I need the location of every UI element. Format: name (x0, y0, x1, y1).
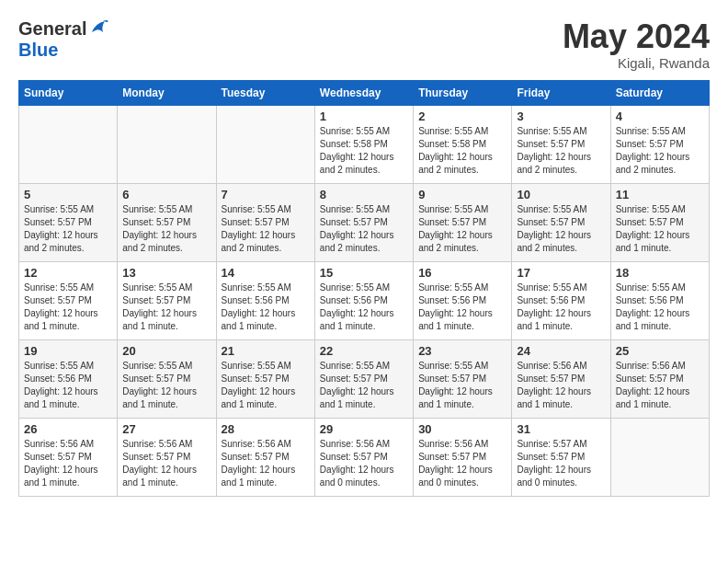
day-info: Sunrise: 5:56 AMSunset: 5:57 PMDaylight:… (517, 360, 605, 411)
day-info: Sunrise: 5:55 AMSunset: 5:57 PMDaylight:… (24, 282, 112, 333)
day-number: 13 (122, 266, 210, 280)
col-wednesday: Wednesday (314, 80, 413, 105)
day-info: Sunrise: 5:56 AMSunset: 5:57 PMDaylight:… (122, 438, 210, 489)
calendar-cell: 13Sunrise: 5:55 AMSunset: 5:57 PMDayligh… (118, 261, 216, 339)
month-title: May 2024 (563, 18, 710, 55)
day-info: Sunrise: 5:56 AMSunset: 5:57 PMDaylight:… (222, 438, 310, 489)
day-info: Sunrise: 5:55 AMSunset: 5:56 PMDaylight:… (24, 360, 112, 411)
day-number: 3 (517, 109, 605, 123)
calendar-cell: 5Sunrise: 5:55 AMSunset: 5:57 PMDaylight… (19, 183, 118, 261)
logo-blue-text: Blue (18, 40, 58, 60)
page-header: General Blue May 2024 Kigali, Rwanda (18, 18, 710, 71)
calendar-body: 1Sunrise: 5:55 AMSunset: 5:58 PMDaylight… (19, 105, 710, 496)
day-number: 29 (320, 422, 408, 436)
day-info: Sunrise: 5:55 AMSunset: 5:57 PMDaylight:… (517, 203, 605, 255)
day-number: 1 (320, 109, 408, 123)
day-number: 26 (24, 422, 112, 436)
day-info: Sunrise: 5:55 AMSunset: 5:57 PMDaylight:… (418, 203, 506, 255)
calendar-cell: 29Sunrise: 5:56 AMSunset: 5:57 PMDayligh… (314, 418, 413, 496)
day-info: Sunrise: 5:56 AMSunset: 5:57 PMDaylight:… (616, 360, 704, 411)
day-number: 27 (122, 422, 210, 436)
day-info: Sunrise: 5:55 AMSunset: 5:56 PMDaylight:… (616, 282, 704, 333)
day-info: Sunrise: 5:55 AMSunset: 5:57 PMDaylight:… (616, 125, 704, 177)
day-info: Sunrise: 5:57 AMSunset: 5:57 PMDaylight:… (517, 438, 605, 489)
day-number: 10 (517, 188, 605, 201)
day-number: 9 (418, 188, 506, 201)
calendar-cell: 8Sunrise: 5:55 AMSunset: 5:57 PMDaylight… (314, 183, 413, 261)
day-info: Sunrise: 5:55 AMSunset: 5:56 PMDaylight:… (320, 282, 408, 333)
calendar-table: Sunday Monday Tuesday Wednesday Thursday… (18, 80, 710, 497)
calendar-cell (118, 105, 216, 183)
day-number: 11 (616, 188, 704, 201)
calendar-cell: 28Sunrise: 5:56 AMSunset: 5:57 PMDayligh… (216, 418, 314, 496)
day-number: 2 (418, 109, 506, 123)
day-info: Sunrise: 5:55 AMSunset: 5:56 PMDaylight:… (517, 282, 605, 333)
day-info: Sunrise: 5:55 AMSunset: 5:57 PMDaylight:… (222, 203, 310, 255)
calendar-cell: 18Sunrise: 5:55 AMSunset: 5:56 PMDayligh… (610, 261, 709, 339)
col-saturday: Saturday (610, 80, 709, 105)
day-info: Sunrise: 5:55 AMSunset: 5:58 PMDaylight:… (320, 125, 408, 177)
calendar-cell: 9Sunrise: 5:55 AMSunset: 5:57 PMDaylight… (414, 183, 512, 261)
calendar-week-1: 1Sunrise: 5:55 AMSunset: 5:58 PMDaylight… (19, 105, 710, 183)
calendar-cell: 3Sunrise: 5:55 AMSunset: 5:57 PMDaylight… (512, 105, 610, 183)
col-friday: Friday (512, 80, 610, 105)
calendar-cell: 14Sunrise: 5:55 AMSunset: 5:56 PMDayligh… (216, 261, 314, 339)
day-info: Sunrise: 5:56 AMSunset: 5:57 PMDaylight:… (418, 438, 506, 489)
calendar-cell: 11Sunrise: 5:55 AMSunset: 5:57 PMDayligh… (610, 183, 709, 261)
day-info: Sunrise: 5:55 AMSunset: 5:57 PMDaylight:… (517, 125, 605, 177)
day-number: 16 (418, 266, 506, 280)
day-info: Sunrise: 5:56 AMSunset: 5:57 PMDaylight:… (24, 438, 112, 489)
day-info: Sunrise: 5:55 AMSunset: 5:57 PMDaylight:… (320, 360, 408, 411)
day-number: 28 (222, 422, 310, 436)
calendar-cell: 1Sunrise: 5:55 AMSunset: 5:58 PMDaylight… (314, 105, 413, 183)
calendar-cell: 17Sunrise: 5:55 AMSunset: 5:56 PMDayligh… (512, 261, 610, 339)
calendar-week-4: 19Sunrise: 5:55 AMSunset: 5:56 PMDayligh… (19, 339, 710, 418)
day-number: 23 (418, 344, 506, 358)
day-number: 21 (222, 344, 310, 358)
day-number: 18 (616, 266, 704, 280)
day-number: 14 (222, 266, 310, 280)
day-info: Sunrise: 5:55 AMSunset: 5:56 PMDaylight:… (418, 282, 506, 333)
calendar-cell: 30Sunrise: 5:56 AMSunset: 5:57 PMDayligh… (414, 418, 512, 496)
calendar-cell: 15Sunrise: 5:55 AMSunset: 5:56 PMDayligh… (314, 261, 413, 339)
calendar-week-3: 12Sunrise: 5:55 AMSunset: 5:57 PMDayligh… (19, 261, 710, 339)
calendar-cell: 6Sunrise: 5:55 AMSunset: 5:57 PMDaylight… (118, 183, 216, 261)
calendar-cell: 20Sunrise: 5:55 AMSunset: 5:57 PMDayligh… (118, 339, 216, 418)
calendar-cell: 31Sunrise: 5:57 AMSunset: 5:57 PMDayligh… (512, 418, 610, 496)
day-number: 12 (24, 266, 112, 280)
calendar-cell: 24Sunrise: 5:56 AMSunset: 5:57 PMDayligh… (512, 339, 610, 418)
calendar-week-2: 5Sunrise: 5:55 AMSunset: 5:57 PMDaylight… (19, 183, 710, 261)
day-number: 8 (320, 188, 408, 201)
location: Kigali, Rwanda (563, 55, 710, 71)
day-number: 20 (122, 344, 210, 358)
calendar-cell: 23Sunrise: 5:55 AMSunset: 5:57 PMDayligh… (414, 339, 512, 418)
day-number: 15 (320, 266, 408, 280)
day-number: 25 (616, 344, 704, 358)
calendar-cell (216, 105, 314, 183)
calendar-cell: 4Sunrise: 5:55 AMSunset: 5:57 PMDaylight… (610, 105, 709, 183)
calendar-week-5: 26Sunrise: 5:56 AMSunset: 5:57 PMDayligh… (19, 418, 710, 496)
day-info: Sunrise: 5:55 AMSunset: 5:57 PMDaylight:… (122, 282, 210, 333)
calendar-cell: 21Sunrise: 5:55 AMSunset: 5:57 PMDayligh… (216, 339, 314, 418)
calendar-cell: 27Sunrise: 5:56 AMSunset: 5:57 PMDayligh… (118, 418, 216, 496)
calendar-cell: 25Sunrise: 5:56 AMSunset: 5:57 PMDayligh… (610, 339, 709, 418)
day-info: Sunrise: 5:55 AMSunset: 5:57 PMDaylight:… (122, 360, 210, 411)
calendar-cell: 16Sunrise: 5:55 AMSunset: 5:56 PMDayligh… (414, 261, 512, 339)
col-thursday: Thursday (414, 80, 512, 105)
day-info: Sunrise: 5:55 AMSunset: 5:57 PMDaylight:… (122, 203, 210, 255)
day-info: Sunrise: 5:56 AMSunset: 5:57 PMDaylight:… (320, 438, 408, 489)
col-monday: Monday (118, 80, 216, 105)
day-number: 7 (222, 188, 310, 201)
calendar-cell: 2Sunrise: 5:55 AMSunset: 5:58 PMDaylight… (414, 105, 512, 183)
col-tuesday: Tuesday (216, 80, 314, 105)
day-number: 30 (418, 422, 506, 436)
day-info: Sunrise: 5:55 AMSunset: 5:57 PMDaylight:… (418, 360, 506, 411)
calendar-cell: 10Sunrise: 5:55 AMSunset: 5:57 PMDayligh… (512, 183, 610, 261)
day-info: Sunrise: 5:55 AMSunset: 5:57 PMDaylight:… (616, 203, 704, 255)
calendar-header-row: Sunday Monday Tuesday Wednesday Thursday… (19, 80, 710, 105)
calendar-cell: 7Sunrise: 5:55 AMSunset: 5:57 PMDaylight… (216, 183, 314, 261)
day-number: 31 (517, 422, 605, 436)
day-info: Sunrise: 5:55 AMSunset: 5:57 PMDaylight:… (24, 203, 112, 255)
day-number: 5 (24, 188, 112, 201)
day-info: Sunrise: 5:55 AMSunset: 5:56 PMDaylight:… (222, 282, 310, 333)
